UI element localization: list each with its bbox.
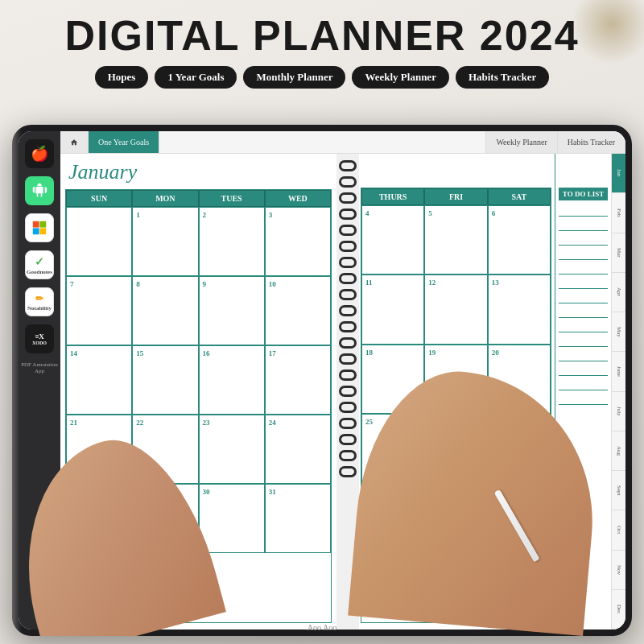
spiral-ring [339, 192, 357, 204]
todo-line [559, 349, 608, 361]
planner-tab-habits[interactable]: Habits Tracker [558, 131, 625, 153]
spiral-binding [336, 154, 359, 630]
cal-cell[interactable]: 3 [265, 207, 331, 276]
planner-tab-year-goals[interactable]: One Year Goals [89, 131, 159, 153]
spiral-ring [339, 402, 357, 413]
android-icon[interactable] [25, 176, 54, 205]
cal-cell[interactable]: 17 [265, 345, 331, 415]
cal-cell[interactable]: 22 [132, 415, 198, 484]
month-tab-aug[interactable]: Aug [612, 431, 625, 471]
month-tab-may[interactable]: May [612, 312, 625, 352]
spiral-ring [339, 434, 357, 445]
spiral-ring [339, 225, 357, 236]
cal-cell[interactable]: 12 [424, 275, 487, 344]
month-tab-dec[interactable]: Dec [612, 590, 625, 630]
cal-cell[interactable]: 31 [265, 484, 331, 553]
spiral-ring [339, 160, 357, 171]
goodnotes-icon[interactable]: ✓ Goodnotes [25, 250, 54, 279]
todo-line [559, 233, 608, 246]
tab-weekly-planner[interactable]: Weekly Planner [352, 66, 448, 89]
day-header-wed: WED [265, 190, 331, 207]
cal-cell[interactable]: 6 [488, 205, 551, 275]
cal-cell[interactable]: 23 [199, 415, 265, 484]
cal-cell[interactable]: 13 [488, 275, 551, 344]
todo-line [559, 262, 608, 275]
cal-cell[interactable] [66, 484, 132, 553]
cal-cell[interactable]: 8 [132, 276, 198, 345]
cal-cell[interactable]: 9 [199, 276, 265, 345]
svg-rect-0 [33, 221, 39, 228]
month-tab-jun[interactable]: June [612, 352, 625, 391]
day-header-mon: MON [132, 190, 198, 207]
svg-rect-3 [39, 228, 46, 234]
cal-cell[interactable]: 5 [424, 205, 487, 275]
cal-cell[interactable] [424, 483, 487, 552]
day-header-sun: SUN [66, 190, 132, 207]
xodo-icon[interactable]: ≡X XODO [25, 324, 54, 353]
cal-cell[interactable]: 10 [265, 276, 331, 345]
svg-rect-1 [39, 221, 46, 228]
spiral-ring [339, 257, 357, 268]
cal-cell[interactable]: 19 [424, 345, 487, 414]
planner-content: One Year Goals Weekly Planner Habits Tra… [60, 131, 625, 630]
day-header-tues: TUES [199, 190, 265, 207]
cal-cell[interactable]: 18 [361, 345, 424, 414]
cal-cell[interactable]: 30 [199, 484, 265, 553]
cal-cell[interactable]: 21 [66, 415, 132, 484]
cal-cell[interactable]: 15 [132, 345, 198, 415]
spiral-ring [339, 353, 357, 365]
cal-cell[interactable]: 20 [488, 345, 551, 414]
month-tab-apr[interactable]: Apr [612, 273, 625, 312]
cal-cell[interactable]: 25 [361, 414, 424, 483]
tab-monthly-planner[interactable]: Monthly Planner [243, 66, 345, 89]
cal-cell[interactable]: 16 [199, 345, 265, 415]
spiral-ring [339, 337, 357, 349]
cal-cell[interactable]: 7 [66, 276, 132, 345]
apple-icon[interactable]: 🍎 [25, 139, 54, 168]
spiral-ring [339, 305, 357, 316]
cal-cell[interactable]: 24 [265, 415, 331, 484]
month-tab-jan[interactable]: Jan [612, 154, 625, 193]
tab-hopes[interactable]: Hopes [95, 66, 149, 89]
month-tab-feb[interactable]: Feb [612, 193, 625, 233]
notability-icon[interactable]: ✏ Notability [25, 287, 54, 316]
svg-rect-2 [33, 228, 39, 234]
cal-cell[interactable]: 1 [132, 207, 198, 276]
cal-cell[interactable]: 2 [199, 207, 265, 276]
app-icon-sidebar: 🍎 ✓ Goodnotes ✏ Notability [19, 131, 60, 630]
cal-cell[interactable]: 27 [488, 414, 551, 483]
spiral-ring [339, 289, 357, 300]
cal-cell[interactable] [132, 484, 198, 553]
cal-cell[interactable] [361, 483, 424, 552]
month-tab-oct[interactable]: Oct [612, 510, 625, 550]
todo-line [559, 276, 608, 289]
cal-cell[interactable] [488, 483, 551, 552]
planner-tab-weekly[interactable]: Weekly Planner [486, 131, 557, 153]
day-header-fri: FRI [424, 188, 487, 205]
cal-cell[interactable]: 14 [66, 345, 132, 415]
cal-cell[interactable]: 26 [424, 414, 487, 483]
right-calendar: THURS FRI SAT 4 5 6 11 12 13 18 19 20 [359, 154, 555, 630]
tab-year-goals[interactable]: 1 Year Goals [155, 66, 237, 89]
month-tab-mar[interactable]: Mar [612, 233, 625, 273]
month-tab-sep[interactable]: Sept [612, 471, 625, 510]
tab-habits-tracker[interactable]: Habits Tracker [456, 66, 549, 89]
spiral-ring [339, 386, 357, 397]
planner-main-body: January SUN MON TUES WED 1 2 3 7 [60, 154, 625, 630]
spiral-ring [339, 450, 357, 461]
spiral-ring [339, 466, 357, 477]
feature-tabs: Hopes 1 Year Goals Monthly Planner Weekl… [16, 66, 628, 89]
month-tab-nov[interactable]: Nov [612, 551, 625, 590]
cal-cell[interactable]: 11 [361, 275, 424, 344]
cal-cell[interactable] [66, 207, 132, 276]
todo-line [559, 291, 608, 303]
month-sidebar: Jan Feb Mar Apr May June July Aug Sept O… [611, 154, 625, 630]
spiral-ring [339, 241, 357, 252]
todo-section: TO DO LIST [555, 154, 611, 630]
planner-tab-home[interactable] [60, 131, 89, 153]
cal-cell[interactable]: 4 [361, 205, 424, 275]
month-tab-jul[interactable]: July [612, 392, 625, 431]
todo-line [559, 204, 608, 217]
microsoft-icon[interactable] [25, 213, 54, 242]
todo-line [559, 247, 608, 260]
